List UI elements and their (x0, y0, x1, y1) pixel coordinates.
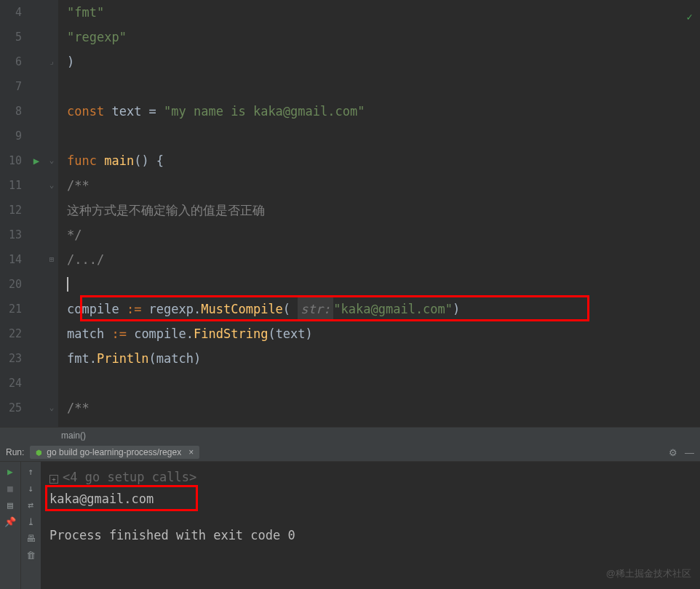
code-editor: ✓ 4 5 6 7 8 9 10 11 12 13 14 20 21 22 23… (0, 0, 700, 444)
line-number[interactable]: 6 (0, 49, 22, 74)
expand-icon[interactable]: + (49, 475, 58, 484)
code-text: (match) (149, 346, 202, 371)
run-tool-window: Run: ⬢ go build go-learning-process/rege… (0, 444, 700, 589)
code-text: /** (67, 396, 90, 420)
code-text: text (104, 99, 148, 124)
text-caret (67, 277, 68, 292)
pin-icon[interactable]: 📌 (4, 516, 16, 527)
line-number[interactable]: 9 (0, 124, 22, 148)
code-text: compile. (127, 321, 194, 346)
breadcrumb-item[interactable]: main() (61, 430, 86, 441)
line-number[interactable]: 21 (0, 297, 22, 321)
line-number[interactable]: 4 (0, 0, 22, 25)
run-toolbar-left: ▶ ■ ▤ 📌 (0, 462, 20, 589)
layout-icon[interactable]: ▤ (7, 500, 13, 510)
line-number[interactable]: 10 (0, 148, 22, 173)
code-text: ) (67, 49, 74, 74)
code-text: */ (67, 223, 81, 247)
code-text: FindString (194, 321, 268, 346)
run-gutter: ▶ (28, 0, 45, 427)
print-icon[interactable]: 🖶 (26, 533, 36, 544)
console-line: Process finished with exit code 0 (49, 524, 691, 546)
code-text: "my name is kaka@gmail.com" (164, 99, 365, 124)
line-number[interactable]: 14 (0, 247, 22, 272)
code-text: "regexp" (67, 25, 127, 49)
stop-icon[interactable]: ■ (7, 483, 13, 494)
code-text: const (67, 99, 104, 124)
code-content[interactable]: "fmt" "regexp" ) const text = "my name i… (58, 0, 700, 427)
code-text: () { (134, 148, 164, 173)
wrap-icon[interactable]: ⇄ (28, 500, 34, 510)
code-text: Println (97, 346, 149, 371)
code-text: main (97, 148, 134, 173)
fold-gutter: ⌟ ⌄ ⌄ ⊞ ⌄ (45, 0, 58, 427)
code-text: = (149, 99, 164, 124)
code-text: fmt. (67, 346, 97, 371)
fold-open-icon[interactable]: ⌄ (45, 173, 58, 198)
code-text: "fmt" (67, 0, 104, 25)
annotation-highlight (45, 485, 198, 511)
code-text: /** (67, 173, 90, 198)
go-icon: ⬢ (36, 449, 42, 457)
line-number[interactable]: 24 (0, 371, 22, 396)
line-number[interactable]: 13 (0, 223, 22, 247)
close-icon[interactable]: × (188, 447, 194, 457)
line-number[interactable]: 7 (0, 74, 22, 99)
code-container[interactable]: ✓ 4 5 6 7 8 9 10 11 12 13 14 20 21 22 23… (0, 0, 700, 427)
line-number[interactable]: 20 (0, 272, 22, 297)
delete-icon[interactable]: 🗑 (26, 550, 36, 561)
run-config-tab[interactable]: ⬢ go build go-learning-process/regex × (30, 446, 199, 459)
code-text: 这种方式是不确定输入的值是否正确 (67, 198, 265, 223)
fold-close-icon[interactable]: ⌟ (45, 49, 58, 74)
minimize-icon[interactable]: — (685, 447, 694, 458)
run-toolbar-right: ↑ ↓ ⇄ ⤓ 🖶 🗑 (20, 462, 41, 589)
line-number[interactable]: 23 (0, 346, 22, 371)
line-number-gutter: 4 5 6 7 8 9 10 11 12 13 14 20 21 22 23 2… (0, 0, 28, 427)
code-text: match (67, 321, 111, 346)
scroll-icon[interactable]: ⤓ (27, 516, 35, 527)
line-number[interactable]: 5 (0, 25, 22, 49)
annotation-highlight (80, 295, 589, 321)
run-label: Run: (6, 447, 24, 457)
code-text: (text) (268, 321, 312, 346)
code-text: /.../ (67, 247, 104, 272)
fold-expand-icon[interactable]: ⊞ (45, 247, 58, 272)
run-tab-label: go build go-learning-process/regex (47, 447, 181, 457)
console-line: <4 go setup calls> (63, 470, 196, 484)
fold-open-icon[interactable]: ⌄ (45, 396, 58, 420)
breadcrumb[interactable]: main() (0, 427, 700, 444)
run-line-icon[interactable]: ▶ (28, 148, 45, 173)
down-icon[interactable]: ↓ (28, 483, 34, 494)
line-number[interactable]: 11 (0, 173, 22, 198)
code-text: func (67, 148, 97, 173)
run-header: Run: ⬢ go build go-learning-process/rege… (0, 444, 700, 462)
fold-open-icon[interactable]: ⌄ (45, 148, 58, 173)
line-number[interactable]: 22 (0, 321, 22, 346)
up-icon[interactable]: ↑ (28, 466, 34, 477)
watermark: @稀土掘金技术社区 (606, 563, 691, 585)
code-text: := (111, 321, 126, 346)
line-number[interactable]: 12 (0, 198, 22, 223)
rerun-icon[interactable]: ▶ (7, 466, 13, 477)
gear-icon[interactable]: ⚙ (669, 447, 677, 458)
line-number[interactable]: 25 (0, 396, 22, 420)
line-number[interactable]: 8 (0, 99, 22, 124)
console-output[interactable]: +<4 go setup calls> kaka@gmail.com Proce… (41, 462, 700, 589)
